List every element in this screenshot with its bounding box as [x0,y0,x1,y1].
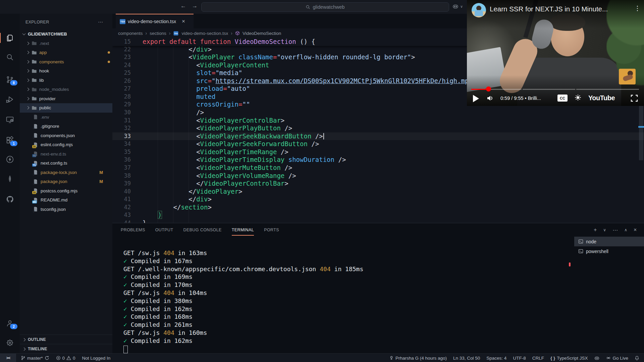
code-line-44[interactable]: 44} [112,219,644,223]
code-line-34[interactable]: 34<VideoPlayerSeekForwardButton /> [112,140,644,148]
youtube-logo[interactable]: YouTube [588,94,615,102]
file-item-README.md[interactable]: MDREADME.md [20,195,112,205]
chevron-down-icon[interactable]: ∨ [603,228,606,232]
captions-button[interactable]: CC [557,95,568,102]
activity-item-accounts[interactable]: 2 [0,315,20,331]
close-icon[interactable]: × [182,18,185,25]
timeline-section[interactable]: TIMELINE [20,344,112,354]
file-item-package.json[interactable]: {}package.jsonM [20,177,112,186]
activity-item-source-control[interactable]: 8 [0,71,20,87]
activity-item-thunder-client[interactable] [0,151,20,167]
plus-icon[interactable]: + [594,227,597,233]
panel-tab-problems[interactable]: PROBLEMS [121,223,145,237]
activity-item-search[interactable] [0,49,20,65]
code-line-42[interactable]: 42</section> [112,203,644,212]
status-indentation[interactable]: Spaces: 4 [486,356,506,361]
file-item-tsconfig.json[interactable]: {}tsconfig.json [20,205,112,214]
play-icon[interactable] [473,95,479,102]
youtube-pip-overlay[interactable]: Learn SSR for NEXT.JS in 10 Minute... ⋮ … [467,0,644,106]
progress-scrubber[interactable] [486,86,491,92]
error-icon [56,356,61,360]
code-line-41[interactable]: 41</div> [112,195,644,203]
status-copilot-status[interactable] [594,355,600,361]
code-line-39[interactable]: 39</VideoPlayerControlBar> [112,180,644,188]
file-item-.env[interactable]: .env [20,113,112,122]
activity-item-mongodb[interactable] [0,171,20,187]
editor-scrollbar[interactable] [639,106,643,160]
tab-video-demo-section[interactable]: TSX video-demo-section.tsx × [116,14,194,28]
code-line-35[interactable]: 35<VideoPlayerTimeRange /> [112,148,644,156]
code-line-36[interactable]: 36<VideoPlayerTimeDisplay showDuration /… [112,156,644,164]
copilot-titlebar-button[interactable]: ∨ [452,3,463,10]
channel-avatar[interactable] [472,3,486,17]
status-notifications[interactable] [635,356,639,360]
status-git-branch[interactable]: master* [21,356,49,361]
file-item-postcss.config.mjs[interactable]: JSpostcss.config.mjs [20,186,112,196]
file-item-package-lock.json[interactable]: {}package-lock.jsonM [20,168,112,177]
video-title[interactable]: Learn SSR for NEXT.JS in 10 Minute... [490,5,627,13]
code-line-32[interactable]: 32<VideoPlayerPlayButton /> [112,124,644,132]
status-go-live[interactable]: Go Live [606,356,628,361]
code-line-38[interactable]: 38<VideoPlayerVolumeRange /> [112,172,644,180]
remote-indicator[interactable]: >< [0,354,16,362]
activity-item-settings[interactable] [0,335,20,351]
breadcrumb-item-video-demo-section.tsx[interactable]: video-demo-section.tsx [181,31,228,36]
more-actions-icon[interactable]: ⋯ [98,19,103,25]
folder-item-.next[interactable]: .next [20,39,112,48]
code-line-37[interactable]: 37<VideoPlayerMuteButton /> [112,164,644,172]
activity-item-explorer[interactable] [0,30,20,46]
code-line-40[interactable]: 40</VideoPlayer> [112,188,644,196]
file-item-next-env.d.ts[interactable]: TSnext-env.d.ts [20,149,112,159]
fullscreen-icon[interactable] [631,95,638,102]
panel-tab-ports[interactable]: PORTS [264,223,279,237]
folder-item-app[interactable]: app [20,48,112,57]
panel-tab-output[interactable]: OUTPUT [155,223,173,237]
breadcrumb-item-VideoDemoSection[interactable]: VideoDemoSection [243,31,281,36]
command-center-search[interactable]: glidewatchweb [201,2,449,12]
terminal-group-node[interactable]: node [574,237,644,246]
settings-gear-icon[interactable] [574,94,582,101]
outline-section[interactable]: OUTLINE [20,335,112,344]
folder-item-node_modules[interactable]: node_modules [20,85,112,94]
chevron-up-icon[interactable]: ∧ [624,228,627,232]
status-encoding[interactable]: UTF-8 [513,356,526,361]
status-cursor-position[interactable]: Ln 33, Col 50 [453,356,480,361]
breadcrumb-item-components[interactable]: components [118,31,143,36]
activity-item-extensions[interactable]: 1 [0,132,20,148]
activity-item-run-debug[interactable] [0,91,20,107]
more-icon[interactable]: ⋯ [612,227,618,233]
status-eol[interactable]: CRLF [532,356,544,361]
folder-item-provider[interactable]: provider [20,94,112,104]
progress-bar[interactable] [471,89,639,90]
status-not-logged-in[interactable]: Not Logged In [82,356,111,361]
terminal-group-powershell[interactable]: powershell [574,246,644,256]
code-line-43[interactable]: 43) [112,211,644,219]
folder-item-hook[interactable]: hook [20,66,112,76]
panel-tab-terminal[interactable]: TERMINAL [232,223,254,237]
suggested-card-thumbnail[interactable] [619,69,636,84]
status-language-mode[interactable]: { }TypeScript JSX [550,356,588,361]
status-gitlens-blame[interactable]: Prharsha G (4 hours ago) [389,356,447,361]
nav-back-icon[interactable]: ← [180,3,186,9]
file-item-eslint.config.mjs[interactable]: JSeslint.config.mjs [20,140,112,149]
folder-item-public[interactable]: public [20,103,112,113]
project-root-row[interactable]: GLIDEWATCHWEB [20,29,112,39]
status-problems[interactable]: 00 [56,356,75,361]
code-line-33[interactable]: 33<VideoPlayerSeekBackwardButton /> [112,132,644,140]
folder-item-components[interactable]: components [20,57,112,67]
nav-forward-icon[interactable]: → [192,3,198,9]
terminal-line: GET /.well-known/appspecific/com.chrome.… [123,265,363,273]
code-line-31[interactable]: 31<VideoPlayerControlBar> [112,117,644,125]
activity-item-remote-explorer[interactable] [0,111,20,127]
volume-icon[interactable] [486,95,494,102]
close-icon[interactable]: × [634,227,637,233]
breadcrumb-item-sections[interactable]: sections [150,31,166,36]
panel-tab-debug-console[interactable]: DEBUG CONSOLE [183,223,221,237]
activity-item-github[interactable] [0,191,20,207]
folder-item-lib[interactable]: lib [20,76,112,85]
code-line-30[interactable]: 30/> [112,109,644,117]
file-item-.gitignore[interactable]: ⊘.gitignore [20,122,112,131]
file-item-next.config.ts[interactable]: TSnext.config.ts [20,159,112,168]
kebab-menu-icon[interactable]: ⋮ [634,4,641,12]
file-item-components.json[interactable]: {}components.json [20,131,112,140]
